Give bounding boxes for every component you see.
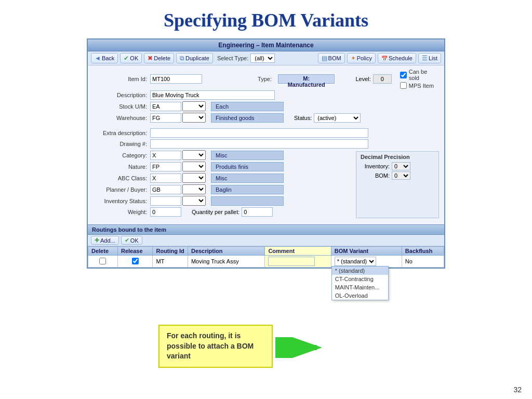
warehouse-select[interactable] [182,113,206,123]
col-release: Release [117,247,153,256]
form-area: Item Id: Type: M: Manufactured Level: Ca… [88,65,444,221]
inv-status-select[interactable] [182,196,206,206]
level-label: Level: [355,76,370,82]
bom-variant-option-ct[interactable]: CT-Contracting [332,275,388,283]
category-input[interactable] [150,151,181,160]
drawing-label: Drawing #: [93,141,150,147]
routings-header: Routings bound to the item [88,224,444,235]
bom-icon [322,55,327,62]
duplicate-button[interactable]: Duplicate [176,53,213,63]
main-window: Engineering – Item Maintenance Back OK D… [87,38,445,269]
bom-decimal-row: BOM: 0 [361,171,434,180]
category-row: Category: Misc [93,150,356,160]
bom-variant-select[interactable]: * (standard) [335,257,376,266]
routings-section: Routings bound to the item Add... OK Del… [88,224,444,268]
policy-button[interactable]: Policy [347,53,376,63]
window-titlebar: Engineering – Item Maintenance [88,39,444,51]
finished-goods-display: Finished goods [211,113,284,123]
type-button[interactable]: M: Manufactured [278,74,335,84]
each-display: Each [211,102,284,111]
stock-um-select[interactable] [182,101,206,111]
extra-desc-row: Extra description: [93,128,439,138]
planner-label: Planner / Buyer: [93,187,150,193]
routings-table: Delete Release Routing Id Description Co… [88,246,444,268]
ok-icon [124,55,129,62]
back-button[interactable]: Back [91,53,118,63]
item-id-label: Item Id: [93,76,150,82]
bom-variant-container: * (standard) [335,257,398,266]
col-routing-id: Routing Id [153,247,188,256]
list-button[interactable]: List [418,53,441,63]
routing-desc-value: Moving Truck Assy [191,258,239,264]
routings-toolbar: Add... OK [88,235,444,246]
mps-item-checkbox[interactable] [400,82,407,89]
can-be-sold-checkbox[interactable] [400,72,407,78]
bom-variant-option-ol[interactable]: OL-Overload [332,291,388,300]
description-label: Description: [93,92,150,98]
level-input[interactable] [373,74,392,84]
page-title: Specifying BOM Variants [0,0,532,38]
item-id-input[interactable] [150,74,202,84]
warehouse-input[interactable] [150,113,181,123]
form-two-col: Category: Misc Nature: Produits finis AB… [93,150,439,218]
delete-cell [88,256,118,268]
nature-display: Produits finis [211,162,284,171]
comment-input[interactable] [268,257,315,266]
item-id-row: Item Id: Type: M: Manufactured Level: Ca… [93,69,439,89]
green-arrow [275,337,322,360]
abc-select[interactable] [182,173,206,183]
planner-input[interactable] [150,185,181,194]
planner-display: Baglin [211,185,284,194]
warehouse-row: Warehouse: Finished goods Status: (activ… [93,113,439,123]
abc-input[interactable] [150,174,181,183]
schedule-button[interactable]: Schedule [378,53,416,63]
mps-item-label: MPS Item [409,83,434,89]
planner-select[interactable] [182,184,206,194]
nature-select[interactable] [182,162,206,171]
bom-variant-option-standard[interactable]: * (standard) [332,267,388,275]
extra-desc-input[interactable] [150,128,368,138]
bom-variant-dropdown[interactable]: * (standard) CT-Contracting MAINT-Mainte… [331,266,389,300]
inv-status-display [211,196,284,206]
add-button[interactable]: Add... [91,236,119,245]
bom-decimal-label: BOM: [361,172,392,179]
description-row: Description: [93,90,439,100]
description-input[interactable] [150,90,275,100]
schedule-icon [381,55,388,62]
category-display: Misc [211,151,284,160]
inventory-decimal-select[interactable]: 0 [392,162,410,170]
form-col-left: Category: Misc Nature: Produits finis AB… [93,150,356,218]
table-row: MT Moving Truck Assy * (standard) [88,256,444,268]
inv-status-input[interactable] [150,196,181,206]
stock-um-input[interactable] [150,102,181,111]
drawing-input[interactable] [150,139,368,149]
delete-checkbox[interactable] [99,258,106,264]
duplicate-icon [180,55,184,62]
toolbar: Back OK Delete Duplicate Select Type: (a… [88,51,444,65]
policy-label: Policy [357,55,372,61]
ok-button[interactable]: OK [120,53,142,63]
weight-input[interactable] [150,207,181,217]
routings-ok-label: OK [130,237,139,244]
status-select[interactable]: (active) [314,113,361,123]
bom-variant-cell: * (standard) * (standard) CT-Contracting… [331,256,402,268]
bom-decimal-select[interactable]: 0 [392,171,410,180]
category-select[interactable] [182,150,206,160]
bom-variant-option-maint[interactable]: MAINT-Mainten... [332,283,388,291]
release-checkbox[interactable] [132,258,139,264]
col-comment: Comment [265,247,331,256]
bom-button[interactable]: BOM [318,53,345,63]
can-be-sold-label: Can be sold [409,69,439,81]
nature-input[interactable] [150,162,181,171]
release-cell [117,256,153,268]
abc-display: Misc [211,174,284,183]
qty-pallet-input[interactable] [242,207,273,217]
select-type-combo[interactable]: (all) [250,54,275,63]
decimal-precision-title: Decimal Precision [361,154,434,160]
back-icon [95,55,101,62]
weight-row: Weight: Quantity per pallet: [93,207,356,217]
routings-ok-button[interactable]: OK [121,236,142,245]
delete-button[interactable]: Delete [144,53,174,63]
col-delete: Delete [88,247,118,256]
col-backflush: Backflush [402,247,444,256]
